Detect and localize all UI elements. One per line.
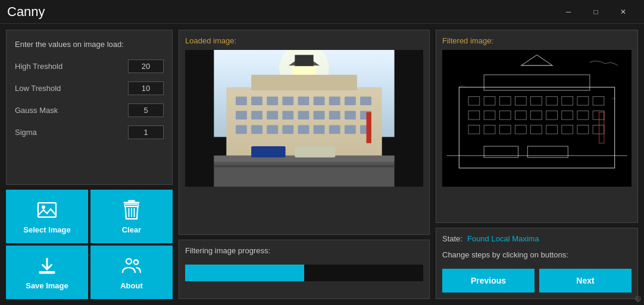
svg-rect-30 [282,111,293,120]
titlebar: Canny ─ □ ✕ [0,0,644,24]
clear-button[interactable]: Clear [90,190,173,243]
svg-rect-51 [446,50,627,187]
save-icon [36,255,58,276]
trash-icon [121,199,142,221]
high-threshold-row: High Treshold [15,59,164,73]
svg-rect-43 [345,125,356,134]
previous-button[interactable]: Previous [442,269,534,293]
svg-rect-3 [128,200,135,202]
svg-point-9 [126,259,132,264]
progress-bar-background [185,265,423,281]
svg-rect-31 [298,111,310,120]
high-threshold-input[interactable] [128,59,164,73]
filtered-image-display [442,50,632,187]
svg-rect-47 [214,165,394,167]
svg-rect-33 [329,111,340,120]
svg-rect-40 [298,125,310,134]
main-content: Enter the values on image load: High Tre… [0,24,644,305]
svg-rect-36 [236,125,247,134]
maximize-button[interactable]: □ [582,2,609,21]
svg-rect-2 [124,202,140,203]
image-icon [36,199,58,221]
about-button[interactable]: About [90,246,173,299]
left-panel: Enter the values on image load: High Tre… [6,30,173,299]
high-threshold-label: High Treshold [15,62,62,71]
sigma-label: Sigma [15,128,37,137]
low-threshold-input[interactable] [128,81,164,95]
svg-rect-28 [251,111,262,120]
svg-rect-18 [236,96,247,105]
svg-rect-24 [329,96,340,105]
gauss-mask-input[interactable] [128,103,164,117]
progress-box: Filtering image progress: [179,240,430,299]
gauss-mask-row: Gauss Mask [15,103,164,117]
svg-rect-25 [345,96,356,105]
clear-label: Clear [122,225,142,234]
svg-rect-39 [282,125,293,134]
settings-box: Enter the values on image load: High Tre… [6,30,173,185]
svg-point-1 [42,205,45,209]
about-label: About [120,281,143,290]
next-button[interactable]: Next [539,269,632,293]
filtered-image-box: Filtered image: [436,30,638,223]
svg-rect-19 [251,96,262,105]
steps-label: Change steps by clicking on buttons: [442,250,632,259]
loaded-image-box: Loaded image: [179,30,430,235]
action-buttons-grid: Select Image Clear Sa [6,190,173,299]
low-threshold-label: Low Treshold [15,84,61,93]
svg-rect-20 [267,96,278,105]
svg-rect-23 [314,96,325,105]
sigma-row: Sigma [15,125,164,139]
svg-rect-37 [251,125,262,134]
svg-rect-17 [295,55,313,66]
sigma-input[interactable] [128,125,164,139]
svg-point-10 [134,260,139,265]
svg-rect-27 [236,111,247,120]
resize-handle: ⟱ [634,294,642,304]
select-image-button[interactable]: Select Image [6,190,88,243]
progress-label: Filtering image progress: [185,246,423,255]
svg-rect-21 [282,96,293,105]
svg-rect-38 [267,125,278,134]
settings-title: Enter the values on image load: [15,40,164,49]
state-row: State: Found Local Maxima [442,234,632,243]
nav-buttons: Previous Next [442,269,632,293]
right-panel: Filtered image: [436,30,638,299]
svg-rect-49 [295,146,335,158]
loaded-image-label: Loaded image: [185,36,423,45]
svg-rect-42 [329,125,340,134]
state-value: Found Local Maxima [467,234,539,243]
svg-rect-50 [367,112,371,143]
gauss-mask-label: Gauss Mask [15,106,58,115]
loaded-image-display [185,50,423,187]
svg-rect-26 [360,96,371,105]
minimize-button[interactable]: ─ [555,2,582,21]
svg-rect-41 [314,125,325,134]
svg-rect-48 [251,146,286,158]
low-threshold-row: Low Treshold [15,81,164,95]
svg-rect-32 [314,111,325,120]
state-label: State: [442,234,462,243]
svg-rect-15 [251,75,357,90]
svg-rect-34 [345,111,356,120]
svg-rect-0 [38,203,56,217]
state-box: State: Found Local Maxima Change steps b… [436,228,638,299]
progress-bar-fill [185,265,304,281]
select-image-label: Select Image [23,225,71,234]
svg-rect-22 [298,96,310,105]
center-panel: Loaded image: [179,30,430,299]
people-icon [121,255,142,276]
save-image-button[interactable]: Save Image [6,246,88,299]
svg-rect-29 [267,111,278,120]
canny-edges-svg [442,50,632,187]
close-button[interactable]: ✕ [609,2,637,21]
loaded-building-svg [185,50,423,187]
app-title: Canny [7,4,45,20]
filtered-image-label: Filtered image: [442,36,632,45]
svg-rect-8 [39,271,55,274]
window-controls: ─ □ ✕ [555,2,637,21]
save-image-label: Save Image [26,281,68,290]
